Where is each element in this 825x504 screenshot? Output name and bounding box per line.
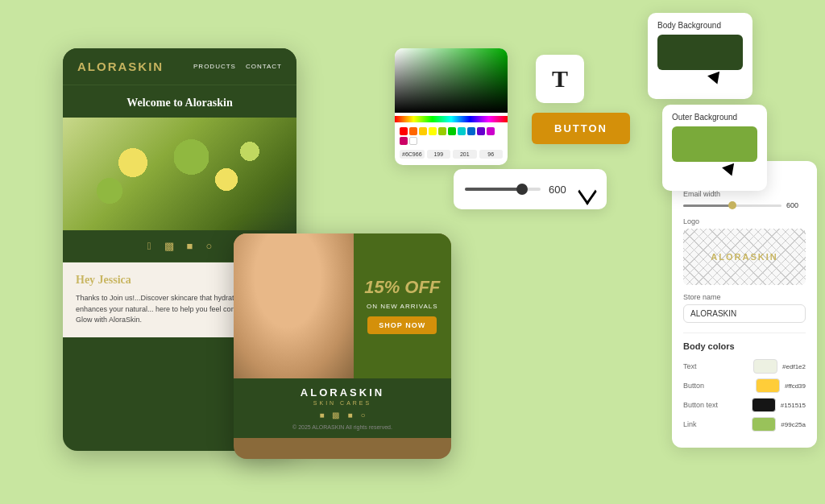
button-color-box[interactable] [756, 378, 780, 393]
section-divider [683, 333, 806, 333]
body-bg-swatch[interactable] [657, 35, 743, 70]
link-color-swatch-group[interactable]: #99c25a [752, 417, 806, 432]
tablet-header: ALORASKIN PRODUCTS CONTACT [63, 48, 296, 85]
text-icon-widget[interactable]: T [536, 55, 584, 103]
popup-promo-section: 15% OFF On NEW ARRIVALS SHOP NOW [354, 233, 452, 378]
slider-widget[interactable]: 600 [454, 169, 607, 209]
swatch-lime[interactable] [438, 127, 446, 135]
email-width-fill [683, 204, 732, 207]
email-width-track[interactable] [683, 204, 781, 207]
swatch-magenta[interactable] [487, 127, 495, 135]
email-appearance-panel: Email appearance Email width 600 Logo AL… [672, 161, 817, 448]
instagram-icon: ■ [187, 240, 193, 252]
outer-bg-label: Outer Background [672, 113, 757, 122]
popup-tagline: SKIN CARES [245, 400, 440, 406]
color-picker-widget[interactable]: #6C966 199 201 96 [395, 48, 508, 165]
store-name-label: Store name [683, 293, 806, 301]
link-color-label: Link [683, 420, 697, 428]
b-input[interactable]: 96 [479, 150, 503, 159]
button-text-swatch-group[interactable]: #151515 [752, 398, 806, 412]
tablet-hero-image [63, 118, 296, 230]
swatch-red[interactable] [400, 127, 408, 135]
outer-cursor-arrow-icon [722, 163, 738, 179]
person-illustration [234, 233, 354, 378]
outer-bg-swatch[interactable] [672, 126, 757, 162]
popup-facebook-icon: ■ [319, 411, 324, 419]
link-color-hex: #99c25a [781, 421, 806, 428]
popup-social-icons: ■ ▩ ■ ○ [245, 411, 440, 419]
color-swatches [395, 126, 508, 147]
email-width-thumb[interactable] [728, 201, 736, 209]
color-spectrum-slider[interactable] [395, 116, 508, 122]
text-color-hex: #edf1e2 [782, 363, 806, 370]
slider-value: 600 [549, 184, 571, 196]
logo-label: Logo [683, 217, 806, 225]
popup-bottom: ALORASKIN SKIN CARES ■ ▩ ■ ○ © 2025 ALOR… [234, 378, 451, 438]
popup-card: 15% OFF On NEW ARRIVALS SHOP NOW ALORASK… [234, 233, 451, 459]
slider-fill [465, 188, 522, 191]
button-text-color-box[interactable] [752, 398, 776, 412]
popup-copyright: © 2025 ALORASKIN All rights reserved. [245, 424, 440, 430]
slider-thumb[interactable] [516, 184, 528, 195]
text-color-label: Text [683, 362, 697, 370]
fruit-decoration [63, 118, 296, 230]
tablet-nav: PRODUCTS CONTACT [193, 63, 282, 70]
swatch-bright-yellow[interactable] [429, 127, 437, 135]
swatch-teal[interactable] [458, 127, 466, 135]
facebook-icon:  [147, 240, 151, 252]
text-color-swatch-group[interactable]: #edf1e2 [753, 359, 806, 374]
link-color-row: Link #99c25a [683, 417, 806, 432]
swatch-purple[interactable] [477, 127, 485, 135]
text-icon-label: T [552, 65, 568, 93]
popup-instagram-icon: ■ [347, 411, 352, 419]
hex-input[interactable]: #6C966 [400, 150, 425, 159]
nav-item-products[interactable]: PRODUCTS [193, 63, 236, 70]
g-input[interactable]: 201 [453, 150, 476, 159]
logo-preview-text: ALORASKIN [711, 252, 777, 262]
button-text-color-row: Button text #151515 [683, 398, 806, 412]
popup-reddit-icon: ○ [361, 411, 366, 419]
twitter-icon: ▩ [164, 240, 174, 252]
button-color-row: Button #ffcd39 [683, 378, 806, 393]
slider-cursor-icon [578, 178, 596, 204]
slider-track[interactable] [465, 188, 541, 191]
button-text-color-label: Button text [683, 401, 718, 409]
popup-person-image [234, 233, 354, 378]
store-name-input[interactable] [683, 304, 806, 323]
button-color-label: Button [683, 382, 704, 390]
tablet-logo: ALORASKIN [77, 60, 164, 73]
button-widget: BUTTON [532, 113, 630, 144]
swatch-green[interactable] [448, 127, 456, 135]
body-colors-title: Body colors [683, 341, 806, 351]
text-color-box[interactable] [753, 359, 777, 374]
email-width-slider-row[interactable]: 600 [683, 201, 806, 209]
popup-twitter-icon: ▩ [332, 411, 339, 419]
text-color-row: Text #edf1e2 [683, 359, 806, 374]
cursor-arrow-icon [707, 72, 723, 87]
color-gradient-box[interactable] [395, 48, 508, 113]
swatch-pink[interactable] [400, 137, 408, 145]
sample-button[interactable]: BUTTON [532, 113, 630, 144]
email-width-value: 600 [786, 201, 806, 209]
popup-top: 15% OFF On NEW ARRIVALS SHOP NOW [234, 233, 451, 378]
promo-subtitle: On NEW ARRIVALS [367, 303, 438, 310]
link-color-box[interactable] [752, 417, 776, 432]
swatch-white[interactable] [409, 137, 417, 145]
outer-background-widget[interactable]: Outer Background [662, 105, 767, 191]
body-bg-label: Body Background [657, 21, 743, 30]
logo-placeholder[interactable]: ALORASKIN [683, 229, 806, 285]
swatch-blue[interactable] [467, 127, 475, 135]
swatch-orange[interactable] [409, 127, 417, 135]
r-input[interactable]: 199 [427, 150, 450, 159]
body-background-widget[interactable]: Body Background [648, 13, 752, 99]
button-color-hex: #ffcd39 [785, 382, 806, 390]
shop-now-button[interactable]: SHOP NOW [367, 316, 437, 334]
swatch-yellow[interactable] [419, 127, 427, 135]
button-text-color-hex: #151515 [781, 402, 806, 409]
promo-percentage: 15% OFF [364, 279, 440, 296]
button-color-swatch-group[interactable]: #ffcd39 [756, 378, 806, 393]
color-inputs: #6C966 199 201 96 [395, 147, 508, 159]
nav-item-contact[interactable]: CONTACT [246, 63, 282, 70]
tablet-hero-text: Welcome to Aloraskin [63, 85, 296, 118]
reddit-icon: ○ [205, 240, 212, 252]
